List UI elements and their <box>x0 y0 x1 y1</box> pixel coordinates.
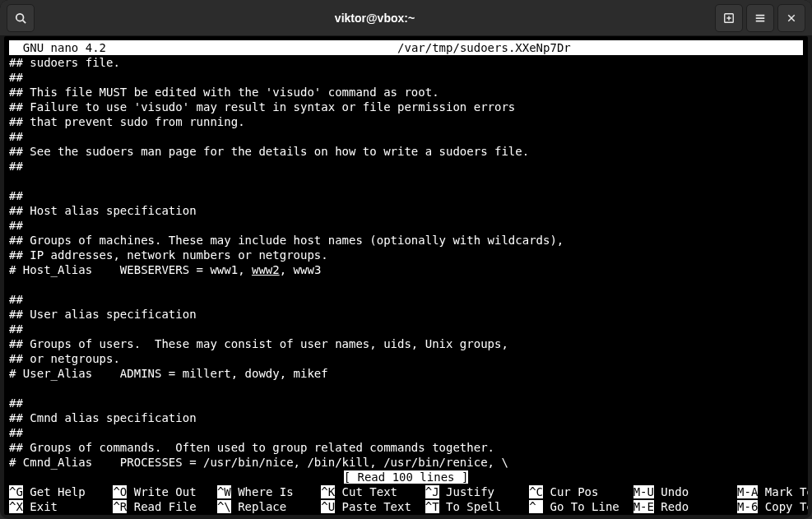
svg-line-1 <box>23 20 26 23</box>
nano-status-line: [ Read 100 lines ] <box>9 470 803 484</box>
close-button[interactable] <box>777 4 805 32</box>
search-icon <box>15 12 26 24</box>
shortcut-key: M-6 <box>737 500 758 513</box>
nano-file-path: /var/tmp/sudoers.XXeNp7Dr <box>397 41 571 54</box>
shortcut-key: ^T <box>425 500 439 513</box>
shortcut-key: ^_ <box>529 500 543 513</box>
shortcut-key: ^W <box>217 485 231 498</box>
shortcut-key: ^C <box>529 485 543 498</box>
nano-app-label: GNU nano 4.2 <box>9 41 106 54</box>
nano-shortcuts: ^G Get Help ^O Write Out ^W Where Is ^K … <box>9 484 803 514</box>
shortcut-key: ^\ <box>217 500 231 513</box>
window-title: viktor@vbox:~ <box>36 12 713 25</box>
shortcut-key: ^R <box>113 500 127 513</box>
new-tab-button[interactable] <box>715 4 743 32</box>
new-tab-icon <box>723 12 735 24</box>
shortcut-key: ^G <box>9 485 23 498</box>
shortcut-key: ^U <box>321 500 335 513</box>
close-icon <box>786 13 796 23</box>
terminal-window: viktor@vbox:~ GNU nano 4.2 /var/tmp/sudo… <box>0 0 812 519</box>
shortcut-key: ^J <box>425 485 439 498</box>
shortcut-key: M-U <box>633 485 654 498</box>
titlebar: viktor@vbox:~ <box>0 0 812 36</box>
search-button[interactable] <box>7 4 35 32</box>
shortcut-key: M-E <box>633 500 654 513</box>
svg-point-0 <box>16 13 24 21</box>
shortcut-key: ^K <box>321 485 335 498</box>
cursor-word: www2 <box>252 263 280 276</box>
shortcut-key: M-A <box>737 485 758 498</box>
nano-header: GNU nano 4.2 /var/tmp/sudoers.XXeNp7Dr <box>9 40 803 55</box>
shortcut-key: ^X <box>9 500 23 513</box>
menu-button[interactable] <box>746 4 774 32</box>
hamburger-icon <box>754 12 766 24</box>
shortcut-key: ^O <box>113 485 127 498</box>
editor-content[interactable]: ## sudoers file. ## ## This file MUST be… <box>9 55 803 470</box>
terminal-body[interactable]: GNU nano 4.2 /var/tmp/sudoers.XXeNp7Dr #… <box>4 36 808 515</box>
